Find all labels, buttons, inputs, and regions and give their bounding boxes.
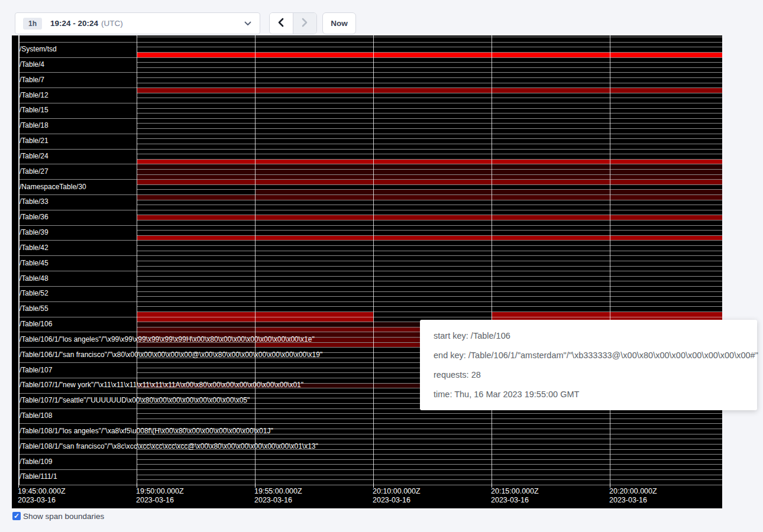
time-bucket-boundary-line bbox=[492, 35, 492, 485]
span-boundary-line bbox=[137, 72, 722, 73]
chevron-left-icon bbox=[277, 18, 284, 30]
span-boundary-line bbox=[18, 179, 137, 180]
span-tooltip: start key: /Table/106 end key: /Table/10… bbox=[420, 320, 757, 410]
span-boundary-line bbox=[137, 291, 722, 292]
row-label: /Table/107 bbox=[20, 366, 52, 374]
span-boundary-line bbox=[18, 164, 137, 164]
row-label: /Table/7 bbox=[20, 76, 44, 84]
span-boundary-line bbox=[137, 469, 722, 470]
span-boundary-line bbox=[137, 98, 722, 98]
span-boundary-line bbox=[18, 347, 137, 348]
row-label: /Table/42 bbox=[20, 244, 49, 252]
tooltip-end-key: end key: /Table/106/1/"amsterdam"/"\xb33… bbox=[434, 345, 757, 365]
next-interval-button[interactable] bbox=[293, 13, 317, 34]
span-boundary-line bbox=[137, 52, 722, 53]
span-boundary-line bbox=[137, 169, 722, 170]
span-boundary-line bbox=[137, 271, 722, 271]
span-boundary-line bbox=[137, 108, 722, 109]
span-boundary-line bbox=[137, 159, 722, 160]
span-boundary-line bbox=[137, 67, 722, 68]
span-boundary-line bbox=[18, 87, 137, 88]
span-boundary-line bbox=[137, 210, 722, 210]
span-boundary-line bbox=[137, 205, 722, 205]
toolbar: 1h 19:24 - 20:24 (UTC) Now bbox=[0, 0, 763, 35]
row-label: /Table/12 bbox=[20, 92, 49, 99]
row-label: /Table/27 bbox=[20, 168, 49, 176]
span-boundary-line bbox=[137, 220, 722, 220]
span-boundary-line bbox=[18, 317, 137, 317]
span-boundary-line bbox=[137, 154, 722, 154]
chevron-down-icon bbox=[244, 21, 251, 26]
span-boundary-line bbox=[18, 423, 137, 424]
span-boundary-line bbox=[18, 57, 137, 58]
span-boundary-line bbox=[18, 240, 137, 241]
span-boundary-line bbox=[137, 123, 722, 124]
heat-band bbox=[137, 160, 722, 164]
time-range-dropdown[interactable]: 1h 19:24 - 20:24 (UTC) bbox=[15, 12, 260, 34]
heat-band bbox=[137, 195, 722, 200]
heat-band bbox=[137, 180, 722, 184]
tooltip-start-key: start key: /Table/106 bbox=[434, 326, 757, 345]
show-span-boundaries-checkbox[interactable]: ✓ bbox=[12, 512, 21, 520]
span-boundary-line bbox=[137, 261, 722, 261]
row-label: /Table/45 bbox=[20, 259, 49, 267]
previous-interval-button[interactable] bbox=[270, 13, 293, 34]
row-label: /Table/39 bbox=[20, 229, 49, 236]
now-button[interactable]: Now bbox=[322, 12, 356, 34]
row-label: /Table/24 bbox=[20, 153, 49, 160]
time-axis-label: 19:45:00.000Z2023-03-16 bbox=[18, 487, 66, 505]
span-boundary-line bbox=[137, 454, 722, 455]
span-boundary-line bbox=[137, 200, 722, 200]
row-label: /Table/111/1 bbox=[20, 473, 57, 481]
span-boundary-line bbox=[137, 419, 722, 419]
span-boundary-line bbox=[18, 378, 137, 378]
span-boundary-line bbox=[137, 134, 722, 134]
row-label: /Table/107/1/"seattle"/"UUUUUUD\x00\x80\… bbox=[20, 397, 250, 404]
span-boundary-line bbox=[137, 306, 722, 307]
span-boundary-line bbox=[137, 245, 722, 246]
time-axis-label: 20:15:00.000Z2023-03-16 bbox=[491, 487, 539, 505]
span-boundary-line bbox=[137, 42, 722, 43]
key-visualizer-heatmap[interactable]: /System/tsd/Table/4/Table/7/Table/12/Tab… bbox=[12, 35, 722, 508]
span-boundary-line bbox=[137, 215, 722, 215]
span-boundary-line bbox=[18, 134, 137, 134]
row-label: /Table/108/1/"los angeles"/"\xa8\xf5\u00… bbox=[20, 427, 273, 435]
heat-band bbox=[137, 170, 722, 174]
span-boundary-line bbox=[18, 255, 137, 256]
span-boundary-line bbox=[137, 62, 722, 63]
span-boundary-line bbox=[137, 149, 722, 150]
span-boundary-line bbox=[137, 485, 722, 485]
tooltip-requests: requests: 28 bbox=[434, 365, 757, 384]
footer: ✓ Show span boundaries bbox=[12, 512, 104, 521]
span-boundary-line bbox=[137, 93, 722, 93]
heat-band bbox=[137, 53, 722, 57]
span-boundary-line bbox=[18, 439, 137, 439]
span-boundary-line bbox=[137, 230, 722, 231]
span-boundary-line bbox=[137, 296, 722, 297]
time-bucket-boundary-line bbox=[610, 35, 610, 485]
row-label: /Table/106/1/"los angeles"/"\x99\x99\x99… bbox=[20, 336, 315, 343]
span-boundary-line bbox=[137, 77, 722, 78]
time-bucket-boundary-line bbox=[137, 35, 137, 485]
span-boundary-line bbox=[137, 301, 722, 302]
row-label: /Table/36 bbox=[20, 213, 49, 221]
span-boundary-line bbox=[18, 332, 137, 332]
row-label: /Table/15 bbox=[20, 106, 49, 114]
span-boundary-line bbox=[18, 42, 137, 43]
row-label: /System/tsd bbox=[20, 46, 57, 53]
span-boundary-line bbox=[18, 408, 137, 409]
span-boundary-line bbox=[137, 286, 722, 287]
time-axis-label: 20:10:00.000Z2023-03-16 bbox=[373, 487, 421, 505]
span-boundary-line bbox=[137, 235, 722, 236]
row-label: /Table/48 bbox=[20, 275, 49, 283]
chevron-right-icon bbox=[301, 18, 308, 30]
time-range-label: 19:24 - 20:24 bbox=[50, 19, 98, 28]
heat-band bbox=[137, 164, 722, 169]
span-boundary-line bbox=[137, 37, 722, 37]
show-span-boundaries-label: Show span boundaries bbox=[23, 512, 104, 521]
span-boundary-line bbox=[137, 57, 722, 58]
span-boundary-line bbox=[18, 103, 137, 103]
row-label: /Table/52 bbox=[20, 290, 49, 297]
span-boundary-line bbox=[18, 301, 137, 302]
row-label: /Table/106 bbox=[20, 320, 52, 328]
